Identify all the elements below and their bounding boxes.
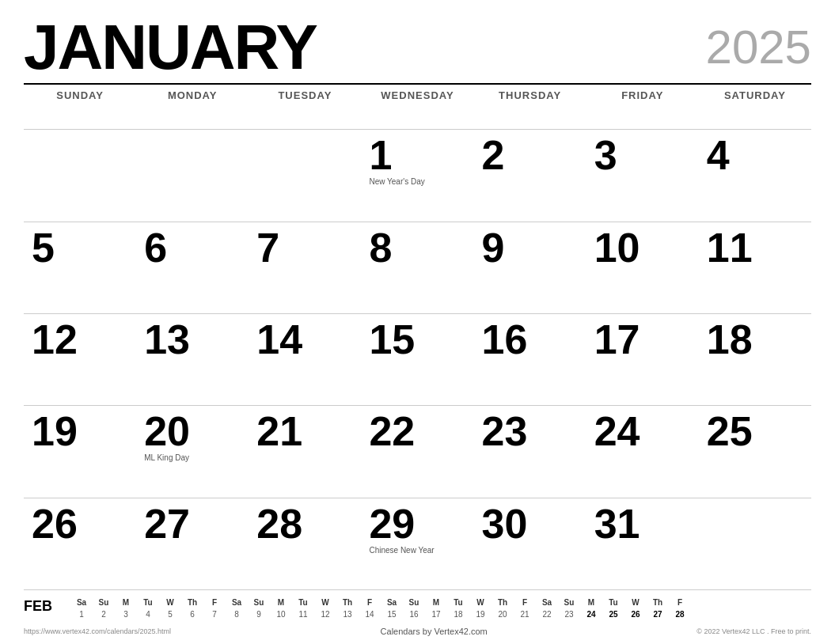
day-header: SUNDAY bbox=[24, 83, 136, 129]
day-cell: 7 bbox=[249, 222, 361, 313]
mini-day-cell: 11 bbox=[292, 608, 314, 620]
day-cell: 6 bbox=[136, 222, 249, 313]
day-number: 2 bbox=[482, 134, 505, 176]
day-cell: 28 bbox=[249, 498, 361, 589]
day-number: 16 bbox=[482, 319, 528, 360]
mini-header-cell: Su bbox=[93, 597, 115, 608]
footer-center: Calendars by Vertex42.com bbox=[381, 627, 488, 636]
mini-header-cell: F bbox=[203, 597, 226, 608]
mini-day-cell: 18 bbox=[447, 608, 469, 620]
day-number: 8 bbox=[369, 227, 392, 268]
mini-header-cell: Su bbox=[558, 597, 580, 608]
day-cell: 9 bbox=[474, 222, 586, 313]
day-number: 6 bbox=[144, 227, 167, 268]
holiday-text: Chinese New Year bbox=[369, 546, 434, 555]
day-cell: 31 bbox=[586, 498, 699, 589]
day-number: 3 bbox=[594, 134, 617, 176]
day-cell: 14 bbox=[249, 313, 361, 405]
mini-day-cell: 1 bbox=[70, 608, 93, 620]
day-cell: 11 bbox=[699, 222, 811, 313]
day-number: 4 bbox=[707, 134, 730, 176]
mini-header-cell: W bbox=[624, 597, 647, 608]
mini-header-cell: Th bbox=[492, 597, 514, 608]
mini-header-cell: Th bbox=[647, 597, 669, 608]
mini-day-cell: 4 bbox=[137, 608, 159, 620]
mini-header-cell: Sa bbox=[226, 597, 248, 608]
day-number: 22 bbox=[369, 411, 415, 452]
mini-header-cell: Tu bbox=[447, 597, 469, 608]
mini-header-cell: Tu bbox=[602, 597, 624, 608]
mini-day-cell: 5 bbox=[159, 608, 181, 620]
day-number: 7 bbox=[256, 227, 279, 268]
mini-header-cell: M bbox=[270, 597, 292, 608]
mini-day-cell: 20 bbox=[492, 608, 514, 620]
mini-month-label: FEB bbox=[24, 598, 59, 615]
mini-day-cell: 7 bbox=[203, 608, 226, 620]
day-cell: 21 bbox=[249, 405, 361, 497]
day-cell: 16 bbox=[474, 313, 586, 405]
day-cell: 27 bbox=[136, 498, 249, 589]
day-number: 30 bbox=[482, 503, 528, 544]
day-cell: 5 bbox=[24, 222, 136, 313]
mini-day-cell: 3 bbox=[115, 608, 137, 620]
day-cell bbox=[136, 129, 249, 221]
day-cell: 17 bbox=[586, 313, 699, 405]
day-cell bbox=[699, 498, 811, 589]
mini-header-cell: F bbox=[359, 597, 381, 608]
mini-header-cell: Tu bbox=[292, 597, 314, 608]
mini-day-cell: 12 bbox=[314, 608, 336, 620]
day-number: 21 bbox=[256, 411, 302, 452]
day-cell: 20ML King Day bbox=[136, 405, 249, 497]
calendar-container: JANUARY 2025 SUNDAYMONDAYTUESDAYWEDNESDA… bbox=[0, 0, 835, 644]
day-cell: 4 bbox=[699, 129, 811, 221]
day-header: SATURDAY bbox=[699, 83, 811, 129]
holiday-text: New Year's Day bbox=[369, 177, 424, 187]
mini-day-cell: 21 bbox=[514, 608, 536, 620]
mini-day-cell: 9 bbox=[248, 608, 270, 620]
mini-calendar-section: FEB SaSuMTuWThFSaSuMTuWThFSaSuMTuWThFSaS… bbox=[24, 589, 811, 623]
day-number: 15 bbox=[369, 319, 415, 360]
day-number: 26 bbox=[32, 503, 78, 544]
mini-day-cell: 8 bbox=[226, 608, 248, 620]
mini-day-cell: 26 bbox=[624, 608, 647, 620]
mini-header-cell: Tu bbox=[137, 597, 159, 608]
mini-day-cell: 22 bbox=[536, 608, 558, 620]
mini-header-cell: F bbox=[514, 597, 536, 608]
day-number: 10 bbox=[594, 227, 640, 268]
day-number: 17 bbox=[594, 319, 640, 360]
day-cell: 13 bbox=[136, 313, 249, 405]
day-cell: 25 bbox=[699, 405, 811, 497]
day-cell: 3 bbox=[586, 129, 699, 221]
mini-header-cell: Sa bbox=[70, 597, 93, 608]
day-header: WEDNESDAY bbox=[361, 83, 473, 129]
year-title: 2025 bbox=[706, 24, 811, 71]
mini-header-cell: Sa bbox=[536, 597, 558, 608]
mini-header-cell: M bbox=[425, 597, 447, 608]
mini-header-cell: Th bbox=[336, 597, 359, 608]
day-cell: 12 bbox=[24, 313, 136, 405]
day-cell: 30 bbox=[474, 498, 586, 589]
day-cell: 8 bbox=[361, 222, 473, 313]
day-number: 12 bbox=[32, 319, 78, 360]
day-cell: 26 bbox=[24, 498, 136, 589]
mini-header-cell: F bbox=[669, 597, 691, 608]
day-cell bbox=[24, 129, 136, 221]
mini-header-cell: Su bbox=[248, 597, 270, 608]
days-grid: SUNDAYMONDAYTUESDAYWEDNESDAYTHURSDAYFRID… bbox=[24, 83, 811, 589]
mini-header-cell: M bbox=[580, 597, 602, 608]
day-number: 23 bbox=[482, 411, 528, 452]
day-number: 11 bbox=[707, 227, 753, 268]
day-number: 25 bbox=[707, 411, 753, 452]
month-title: JANUARY bbox=[24, 16, 317, 79]
day-number: 24 bbox=[594, 411, 640, 452]
mini-day-cell: 15 bbox=[381, 608, 403, 620]
footer-right: © 2022 Vertex42 LLC . Free to print. bbox=[696, 627, 811, 635]
mini-day-cell: 10 bbox=[270, 608, 292, 620]
mini-day-cell: 13 bbox=[336, 608, 359, 620]
day-cell: 15 bbox=[361, 313, 473, 405]
day-number: 28 bbox=[256, 503, 302, 544]
mini-day-cell: 2 bbox=[93, 608, 115, 620]
mini-header-cell: M bbox=[115, 597, 137, 608]
day-number: 20 bbox=[144, 411, 190, 452]
mini-header-cell: W bbox=[314, 597, 336, 608]
